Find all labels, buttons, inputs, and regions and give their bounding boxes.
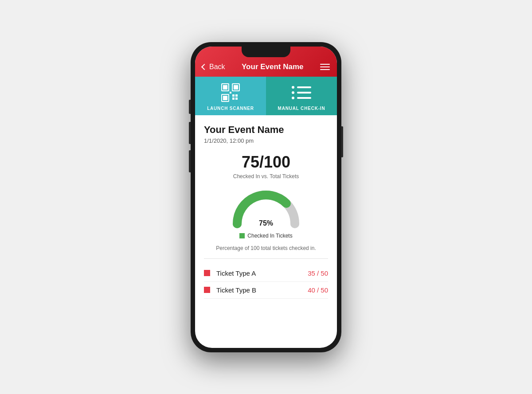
main-content: Your Event Name 1/1/2020, 12:00 pm 75/10… bbox=[195, 115, 337, 348]
gauge-percent: 75% bbox=[259, 219, 273, 227]
svg-rect-9 bbox=[235, 98, 238, 100]
checkin-stats: 75/100 bbox=[204, 153, 328, 172]
svg-rect-3 bbox=[234, 85, 238, 90]
power-button bbox=[341, 126, 343, 157]
svg-rect-8 bbox=[232, 98, 235, 100]
legend-label: Checked In Tickets bbox=[247, 233, 292, 239]
svg-rect-5 bbox=[223, 96, 227, 100]
hamburger-line-1 bbox=[320, 64, 330, 65]
list-icon bbox=[292, 83, 311, 102]
chevron-left-icon bbox=[201, 63, 207, 70]
section-divider bbox=[204, 258, 328, 259]
phone-device: Back Your Event Name bbox=[191, 42, 341, 352]
phone-screen: Back Your Event Name bbox=[195, 47, 337, 348]
svg-rect-7 bbox=[235, 94, 238, 97]
launch-scanner-button[interactable]: LAUNCH SCANNER bbox=[195, 77, 266, 115]
checkin-label: MANUAL CHECK-IN bbox=[278, 106, 325, 111]
back-button[interactable]: Back bbox=[202, 63, 225, 71]
ticket-type-name: Ticket Type A bbox=[216, 269, 308, 277]
manual-checkin-button[interactable]: MANUAL CHECK-IN bbox=[266, 77, 337, 115]
gauge-svg-wrapper: 75% bbox=[231, 188, 301, 230]
menu-button[interactable] bbox=[320, 64, 330, 70]
hamburger-line-2 bbox=[320, 66, 330, 67]
ticket-color-indicator bbox=[204, 270, 210, 276]
ticket-type-count: 35 / 50 bbox=[308, 269, 328, 277]
volume-silent-button bbox=[189, 100, 191, 114]
gauge-chart: 75% Checked In Tickets bbox=[204, 188, 328, 241]
stats-label: Checked In vs. Total Tickets bbox=[204, 173, 328, 179]
svg-rect-1 bbox=[223, 85, 227, 90]
legend-color-box bbox=[239, 233, 245, 238]
ticket-type-name: Ticket Type B bbox=[216, 286, 308, 294]
ticket-row: Ticket Type A 35 / 50 bbox=[204, 265, 328, 282]
svg-rect-6 bbox=[232, 94, 235, 97]
phone-notch bbox=[242, 47, 290, 57]
svg-rect-10 bbox=[230, 92, 231, 94]
gauge-legend: Checked In Tickets bbox=[239, 233, 292, 239]
ticket-row: Ticket Type B 40 / 50 bbox=[204, 282, 328, 299]
hamburger-line-3 bbox=[320, 69, 330, 70]
ticket-color-indicator bbox=[204, 287, 210, 293]
action-buttons-row: LAUNCH SCANNER M bbox=[195, 77, 337, 115]
gauge-footer-text: Percentage of 100 total tickets checked … bbox=[204, 245, 328, 251]
ticket-type-count: 40 / 50 bbox=[308, 286, 328, 294]
volume-up-button bbox=[189, 122, 191, 144]
event-date: 1/1/2020, 12:00 pm bbox=[204, 137, 328, 144]
volume-down-button bbox=[189, 150, 191, 172]
scanner-label: LAUNCH SCANNER bbox=[207, 106, 254, 111]
event-name: Your Event Name bbox=[204, 124, 328, 136]
header-title: Your Event Name bbox=[242, 62, 304, 71]
qr-code-icon bbox=[221, 83, 240, 102]
back-label: Back bbox=[209, 63, 225, 71]
